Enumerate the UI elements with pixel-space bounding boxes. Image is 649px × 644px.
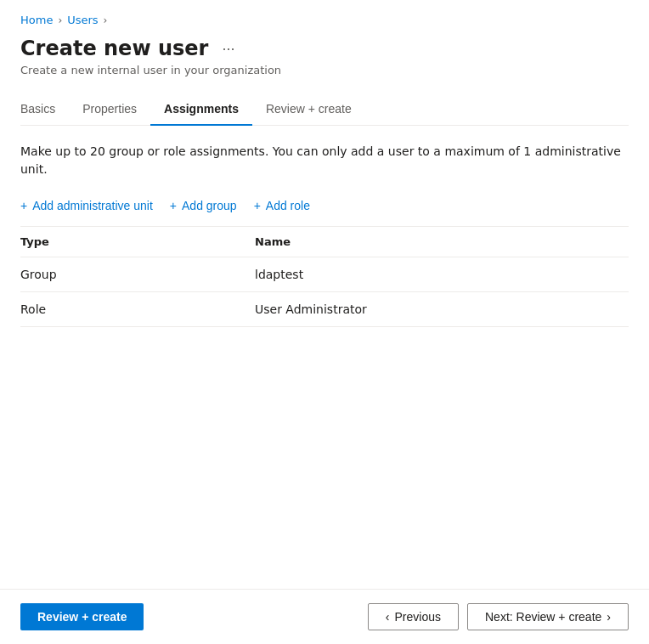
assignments-toolbar: + Add administrative unit + Add group + … [20,195,629,227]
column-name: Name [241,227,629,257]
next-label: Next: Review + create [485,610,601,624]
add-admin-unit-button[interactable]: + Add administrative unit [20,195,153,216]
next-button[interactable]: Next: Review + create › [467,603,629,630]
plus-icon-group: + [170,199,177,212]
assignments-table: Type Name Group ldaptest Role User Admin… [20,227,629,327]
tabs-container: Basics Properties Assignments Review + c… [20,93,629,126]
plus-icon-admin: + [20,199,27,212]
assignments-info-text: Make up to 20 group or role assignments.… [20,143,629,178]
tab-review-create[interactable]: Review + create [252,93,365,126]
row-1-name: ldaptest [241,257,629,292]
review-create-button[interactable]: Review + create [20,603,144,630]
breadcrumb-separator-2: › [104,14,108,26]
add-admin-unit-label: Add administrative unit [32,199,153,212]
page-title: Create new user [20,37,208,60]
page-container: Home › Users › Create new user ··· Creat… [0,0,649,589]
table-row: Group ldaptest [20,257,629,292]
tab-properties[interactable]: Properties [69,93,150,126]
previous-label: Previous [395,610,441,624]
footer-navigation: ‹ Previous Next: Review + create › [368,603,629,630]
breadcrumb-separator-1: › [58,14,62,26]
breadcrumb-home[interactable]: Home [20,14,53,26]
page-title-row: Create new user ··· [20,37,629,60]
row-1-type: Group [20,257,241,292]
breadcrumb-users[interactable]: Users [67,14,98,26]
assignments-table-container: Type Name Group ldaptest Role User Admin… [20,227,629,575]
plus-icon-role: + [254,199,261,212]
row-2-type: Role [20,292,241,327]
table-header: Type Name [20,227,629,257]
row-2-name: User Administrator [241,292,629,327]
previous-button[interactable]: ‹ Previous [368,603,459,630]
table-row: Role User Administrator [20,292,629,327]
tab-basics[interactable]: Basics [20,93,69,126]
breadcrumb: Home › Users › [20,14,629,26]
add-group-button[interactable]: + Add group [170,195,237,216]
footer: Review + create ‹ Previous Next: Review … [0,589,649,644]
add-group-label: Add group [182,199,237,212]
tab-assignments[interactable]: Assignments [150,93,252,126]
chevron-left-icon: ‹ [386,610,390,624]
chevron-right-icon: › [607,610,611,624]
add-role-button[interactable]: + Add role [254,195,310,216]
page-subtitle: Create a new internal user in your organ… [20,64,629,76]
column-type: Type [20,227,241,257]
add-role-label: Add role [266,199,310,212]
table-body: Group ldaptest Role User Administrator [20,257,629,327]
more-options-button[interactable]: ··· [217,38,240,59]
